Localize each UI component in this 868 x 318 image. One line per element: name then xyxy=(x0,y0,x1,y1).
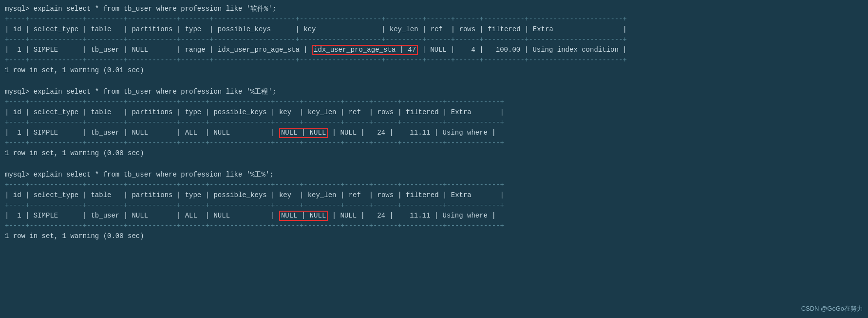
result-2: 1 row in set, 1 warning (0.00 sec) xyxy=(5,148,863,159)
data-row-1: | 1 | SIMPLE | tb_user | NULL | range | … xyxy=(5,45,863,55)
data-suffix-2: | NULL | 24 | 11.11 | Using where | xyxy=(328,129,495,137)
data-prefix-2: | 1 | SIMPLE | tb_user | NULL | ALL | NU… xyxy=(5,129,279,137)
divider2-3: +----+-------------+---------+----------… xyxy=(5,200,863,211)
prompt-line-1: mysql> explain select * from tb_user whe… xyxy=(5,4,863,14)
watermark: CSDN @GoGo在努力 xyxy=(801,304,863,313)
highlight-3: NULL | NULL xyxy=(279,211,328,221)
spacer-2 xyxy=(5,159,863,170)
query-block-2: mysql> explain select * from tb_user whe… xyxy=(5,87,863,159)
data-prefix-3: | 1 | SIMPLE | tb_user | NULL | ALL | NU… xyxy=(5,212,279,219)
header-2: | id | select_type | table | partitions … xyxy=(5,107,863,118)
divider1-3: +----+-------------+---------+----------… xyxy=(5,180,863,190)
divider1-1: +----+-------------+---------+----------… xyxy=(5,14,863,24)
data-prefix-1: | 1 | SIMPLE | tb_user | NULL | range | … xyxy=(5,46,312,54)
prompt-line-3: mysql> explain select * from tb_user whe… xyxy=(5,170,863,180)
divider2-2: +----+-------------+---------+----------… xyxy=(5,118,863,128)
highlight-2: NULL | NULL xyxy=(279,128,328,138)
data-row-2: | 1 | SIMPLE | tb_user | NULL | ALL | NU… xyxy=(5,128,863,138)
prompt-line-2: mysql> explain select * from tb_user whe… xyxy=(5,87,863,97)
divider3-2: +----+-------------+---------+----------… xyxy=(5,138,863,148)
divider3-3: +----+-------------+---------+----------… xyxy=(5,221,863,231)
data-suffix-3: | NULL | 24 | 11.11 | Using where | xyxy=(328,212,495,219)
result-3: 1 row in set, 1 warning (0.00 sec) xyxy=(5,231,863,241)
highlight-1: idx_user_pro_age_sta | 47 xyxy=(312,45,418,55)
spacer-1 xyxy=(5,77,863,87)
header-1: | id | select_type | table | partitions … xyxy=(5,24,863,35)
data-row-3: | 1 | SIMPLE | tb_user | NULL | ALL | NU… xyxy=(5,211,863,221)
header-3: | id | select_type | table | partitions … xyxy=(5,190,863,200)
data-suffix-1: | NULL | 4 | 100.00 | Using index condit… xyxy=(418,46,626,54)
divider1-2: +----+-------------+---------+----------… xyxy=(5,97,863,107)
divider3-1: +----+-------------+---------+----------… xyxy=(5,55,863,65)
query-block-1: mysql> explain select * from tb_user whe… xyxy=(5,4,863,76)
query-block-3: mysql> explain select * from tb_user whe… xyxy=(5,170,863,241)
divider2-1: +----+-------------+---------+----------… xyxy=(5,35,863,45)
terminal: mysql> explain select * from tb_user whe… xyxy=(0,0,868,246)
result-1: 1 row in set, 1 warning (0.01 sec) xyxy=(5,65,863,76)
